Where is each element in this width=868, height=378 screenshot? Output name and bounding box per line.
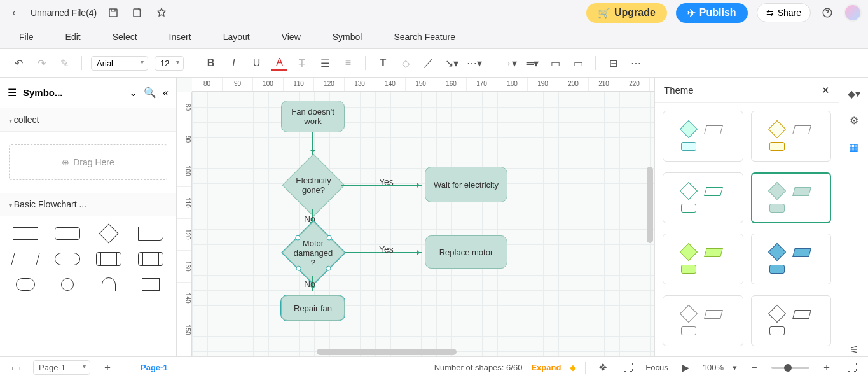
section-collect[interactable]: collect (0, 108, 176, 132)
shape-document[interactable] (133, 224, 169, 243)
shape-rounded[interactable] (50, 224, 85, 243)
bold-icon[interactable]: B (202, 55, 219, 71)
align-icon[interactable]: ☰ (317, 55, 333, 71)
font-color-icon[interactable]: A (271, 55, 287, 71)
share-button[interactable]: ⇆Share (757, 3, 811, 22)
shape-connector[interactable] (50, 275, 85, 294)
close-icon[interactable]: ✕ (822, 85, 830, 96)
label-yes: Yes (379, 244, 394, 255)
layer-back-icon[interactable]: ▭ (570, 55, 586, 71)
node-replace[interactable]: Replace motor (425, 235, 507, 269)
zoom-slider[interactable] (771, 367, 809, 369)
menu-insert[interactable]: Insert (169, 32, 191, 42)
upgrade-button[interactable]: 🛒Upgrade (586, 3, 667, 23)
shape-decision[interactable] (92, 224, 127, 243)
sliders-icon[interactable]: ⚟ (847, 342, 861, 356)
expand-icon[interactable]: ⌄ (129, 87, 137, 99)
italic-icon[interactable]: I (225, 55, 242, 71)
theme-panel: Theme✕ (654, 78, 839, 356)
theme-card[interactable] (751, 295, 832, 346)
vertical-scrollbar[interactable] (647, 167, 653, 243)
menu-select[interactable]: Select (113, 32, 137, 42)
shape-manual-input[interactable] (92, 275, 127, 294)
zoom-level[interactable]: 100% (703, 363, 724, 372)
layers-icon[interactable]: ❖ (595, 360, 611, 376)
shape-display[interactable] (8, 275, 43, 294)
star-icon[interactable] (154, 5, 169, 20)
label-yes: Yes (379, 177, 394, 187)
text-tool-icon[interactable]: T (375, 55, 391, 71)
shape-process[interactable] (8, 224, 43, 243)
back-icon[interactable]: ‹ (6, 5, 22, 20)
drop-zone[interactable]: ⊕Drag Here (9, 144, 167, 180)
avatar[interactable] (844, 4, 862, 22)
line-spacing-icon[interactable]: ≡ (340, 55, 356, 71)
layer-front-icon[interactable]: ▭ (547, 55, 563, 71)
help-icon[interactable] (820, 5, 835, 20)
publish-button[interactable]: ✈Publish (676, 3, 748, 23)
save-icon[interactable] (106, 5, 121, 20)
underline-icon[interactable]: U (248, 55, 265, 71)
shape-stored[interactable] (133, 249, 169, 269)
more-icon[interactable]: ⋯ (628, 55, 644, 71)
theme-card[interactable] (663, 295, 743, 346)
apps-icon[interactable]: ▦ (847, 140, 861, 154)
clear-format-icon[interactable]: T̶ (294, 55, 310, 71)
add-page-icon[interactable]: ＋ (99, 360, 116, 376)
shape-offpage[interactable] (133, 275, 169, 294)
line-style-icon[interactable]: ═▾ (524, 55, 541, 71)
zoom-in-icon[interactable]: ＋ (818, 360, 835, 376)
paint-icon[interactable]: ◆▾ (847, 87, 861, 101)
distribute-icon[interactable]: ⊟ (605, 55, 621, 71)
layout-icon[interactable]: ▭ (8, 360, 24, 376)
theme-card[interactable] (751, 111, 832, 162)
settings-icon[interactable]: ⚙ (847, 113, 861, 127)
section-basic-flowchart[interactable]: Basic Flowchart ... (0, 193, 176, 216)
format-painter-icon[interactable]: ✎ (56, 55, 72, 71)
node-wait[interactable]: Wait for electricity (425, 167, 507, 202)
undo-icon[interactable]: ↶ (10, 55, 27, 71)
expand-button[interactable]: Expand (531, 363, 561, 372)
collapse-icon[interactable]: « (163, 87, 169, 99)
theme-card[interactable] (663, 234, 743, 284)
menu-view[interactable]: View (282, 32, 301, 42)
theme-card-selected[interactable] (751, 172, 832, 223)
redo-icon[interactable]: ↷ (33, 55, 50, 71)
page-tab[interactable]: Page-1 (134, 360, 174, 375)
play-icon[interactable]: ▶ (677, 360, 694, 376)
node-repair[interactable]: Repair fan (281, 295, 345, 321)
export-icon[interactable] (130, 5, 145, 20)
node-start[interactable]: Fan doesn't work (281, 101, 345, 132)
theme-card[interactable] (751, 234, 832, 284)
menu-edit[interactable]: Edit (65, 32, 81, 42)
horizontal-scrollbar[interactable] (317, 349, 457, 355)
node-decision-electricity[interactable]: Electricity gone? (282, 154, 345, 217)
zoom-out-icon[interactable]: − (746, 360, 762, 376)
fill-icon[interactable]: ◇ (397, 55, 414, 71)
shape-terminator[interactable] (50, 249, 85, 269)
font-size-select[interactable]: 12 (155, 56, 184, 71)
file-title: Unnamed File(4) (31, 8, 97, 18)
theme-card[interactable] (663, 172, 743, 223)
font-select[interactable]: Arial (91, 56, 148, 71)
menu-symbol[interactable]: Symbol (333, 32, 362, 42)
connector-icon[interactable]: ↘▾ (443, 55, 460, 71)
style-icon[interactable]: ⋯▾ (466, 55, 483, 71)
focus-icon[interactable]: ⛶ (620, 360, 637, 376)
menu-search[interactable]: Search Feature (394, 32, 455, 42)
shape-data[interactable] (8, 249, 43, 269)
canvas[interactable]: Fan doesn't work Electricity gone? Yes W… (192, 92, 654, 356)
shape-predefined[interactable] (92, 249, 127, 269)
node-decision-motor[interactable]: Motor damanged ? (282, 221, 345, 284)
canvas-area[interactable]: 8090100110120130140150160170180190200210… (177, 78, 654, 356)
search-icon[interactable]: 🔍 (144, 87, 156, 99)
diamond-icon[interactable]: ◆ (570, 363, 576, 372)
focus-label[interactable]: Focus (645, 363, 668, 372)
line-color-icon[interactable]: ／ (420, 55, 437, 71)
fullscreen-icon[interactable]: ⛶ (844, 360, 860, 376)
arrow-line-icon[interactable]: →▾ (501, 55, 518, 71)
page-select[interactable]: Page-1 (33, 360, 90, 375)
menu-layout[interactable]: Layout (223, 32, 250, 42)
menu-file[interactable]: File (19, 32, 34, 42)
theme-card[interactable] (663, 111, 743, 162)
